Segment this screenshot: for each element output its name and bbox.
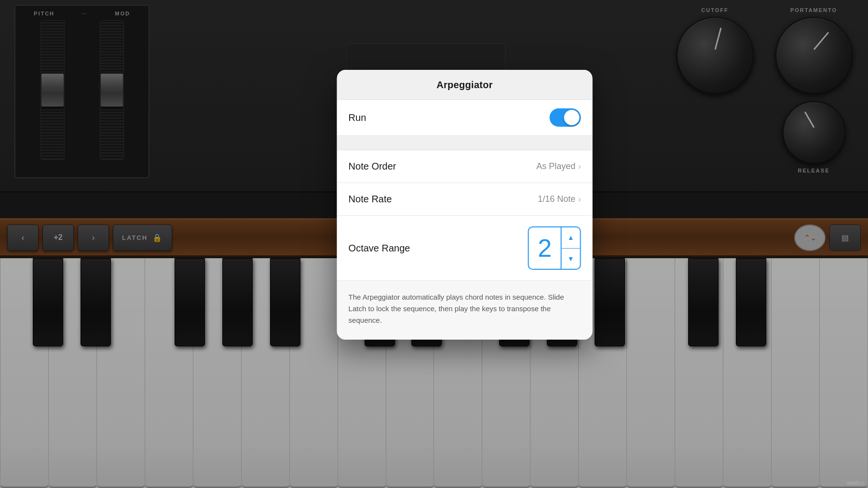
watermark: wsxdn.c <box>847 480 864 486</box>
stepper-decrement-button[interactable]: ▼ <box>562 249 580 269</box>
octave-range-label: Octave Range <box>349 243 410 254</box>
stepper-arrows: ▲ ▼ <box>561 227 580 269</box>
note-rate-chevron-icon: › <box>578 195 581 204</box>
note-rate-value-group: 1/16 Note › <box>538 194 581 204</box>
note-order-value-group: As Played › <box>536 161 581 171</box>
octave-range-stepper[interactable]: 2 ▲ ▼ <box>528 226 581 270</box>
octave-range-value: 2 <box>529 234 561 263</box>
note-order-value: As Played <box>536 161 575 171</box>
arpeggiator-popup: Arpeggiator Run Note Order As Played › N… <box>337 70 593 340</box>
separator-1 <box>337 136 593 150</box>
run-row: Run <box>337 100 593 136</box>
stepper-increment-button[interactable]: ▲ <box>562 227 580 249</box>
note-order-chevron-icon: › <box>578 162 581 171</box>
note-order-label: Note Order <box>349 161 396 172</box>
note-rate-value: 1/16 Note <box>538 194 575 204</box>
note-rate-row[interactable]: Note Rate 1/16 Note › <box>337 183 593 216</box>
popup-header: Arpeggiator <box>337 70 593 100</box>
chevron-up-icon: ▲ <box>568 234 574 241</box>
popup-description: The Arpeggiator automatically plays chor… <box>337 281 593 340</box>
octave-range-row: Octave Range 2 ▲ ▼ <box>337 216 593 281</box>
note-order-row[interactable]: Note Order As Played › <box>337 150 593 183</box>
run-label: Run <box>349 112 366 123</box>
popup-title: Arpeggiator <box>436 79 493 90</box>
run-toggle[interactable] <box>550 108 581 127</box>
note-rate-label: Note Rate <box>349 194 392 205</box>
toggle-knob <box>564 110 580 125</box>
chevron-down-icon: ▼ <box>568 255 574 263</box>
